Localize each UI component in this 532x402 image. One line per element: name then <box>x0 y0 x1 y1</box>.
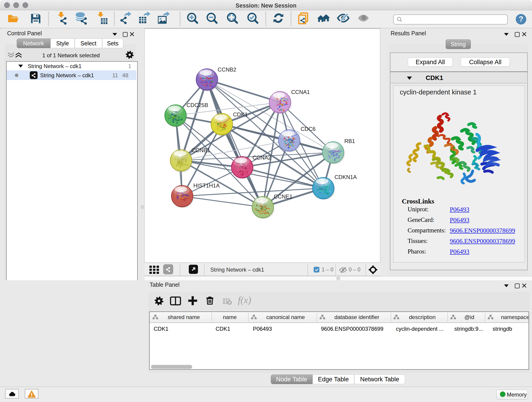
svg-text:CCNB1: CCNB1 <box>191 147 210 153</box>
svg-text:RB1: RB1 <box>344 138 355 144</box>
svg-text:CCNA2: CCNA2 <box>253 154 271 161</box>
svg-text:CCNA1: CCNA1 <box>291 89 310 95</box>
svg-text:CDC6: CDC6 <box>301 126 316 132</box>
svg-text:CDC25B: CDC25B <box>186 102 208 108</box>
svg-text:CDK1: CDK1 <box>233 111 248 118</box>
svg-text:CDKN1A: CDKN1A <box>335 174 357 180</box>
svg-text:CCNB2: CCNB2 <box>218 66 236 73</box>
svg-text:CCNE1: CCNE1 <box>274 193 292 200</box>
svg-text:HIST1H1A: HIST1H1A <box>193 182 220 189</box>
